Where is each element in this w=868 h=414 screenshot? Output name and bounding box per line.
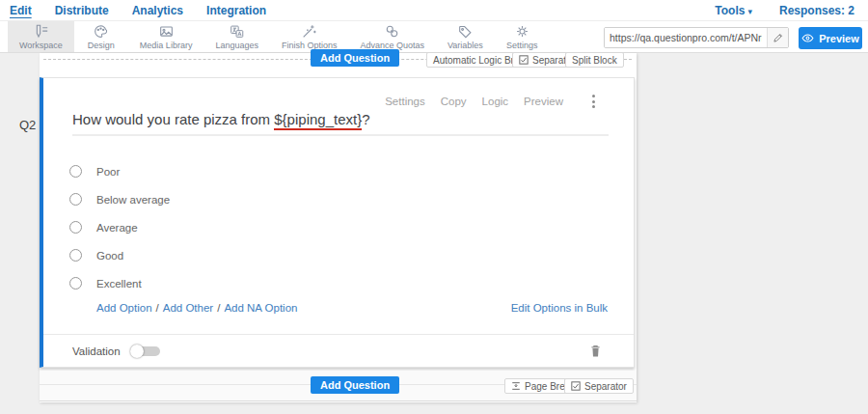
variables-icon [457,24,474,39]
option-label[interactable]: Poor [96,166,120,178]
toolbar-item-label: Languages [215,41,258,50]
option-row: Excellent [69,269,170,297]
split-block-label: Split Block [572,55,617,66]
toolbar-item-variables[interactable]: Variables [436,21,495,52]
question-card-actions: Settings Copy Logic Preview [385,93,597,110]
survey-url-box [604,27,789,48]
tools-menu[interactable]: Tools▾ [715,4,752,17]
validation-toggle[interactable] [130,345,161,358]
question-copy-button[interactable]: Copy [441,96,467,107]
nav-tab-integration[interactable]: Integration [206,4,266,17]
validation-label: Validation [72,345,121,357]
question-card: Settings Copy Logic Preview How would yo… [40,77,635,368]
option-label[interactable]: Excellent [96,278,142,290]
radio-button[interactable] [69,249,82,262]
option-label[interactable]: Average [96,222,138,234]
nav-tab-analytics[interactable]: Analytics [132,4,183,17]
preview-button[interactable]: Preview [799,27,862,49]
radio-button[interactable] [69,277,82,290]
separator-toggle-button-bottom[interactable]: Separator [564,378,634,394]
toolbar-item-advance-quotas[interactable]: Advance Quotas [348,21,436,52]
edit-options-in-bulk-link[interactable]: Edit Options in Bulk [511,302,608,314]
add-question-button-bottom[interactable]: Add Question [311,376,399,394]
settings-icon [514,24,530,39]
caret-down-icon: ▾ [747,7,752,16]
question-number-label: Q2 [19,118,36,132]
workspace-icon [33,24,49,39]
radio-button[interactable] [69,165,82,178]
option-row: Good [69,241,170,269]
media-library-icon [158,24,175,39]
trash-icon [589,344,602,358]
toolbar-item-label: Media Library [140,41,193,50]
checkbox-checked-icon [519,55,529,65]
question-text-editor[interactable]: How would you rate pizza from ${piping_t… [72,111,609,136]
toolbar-item-label: Advance Quotas [360,41,424,50]
separator-label: Separator [584,381,627,392]
add-option-link[interactable]: Add Option [96,302,152,314]
toolbar-item-workspace[interactable]: Workspace [8,21,74,52]
add-option-links: Add Option/Add Other/Add NA Option [96,302,297,314]
toolbar-item-label: Variables [448,41,483,50]
toolbar-item-label: Workspace [19,41,63,50]
question-logic-button[interactable]: Logic [482,96,509,107]
toolbar-item-languages[interactable]: Languages [203,21,270,52]
survey-url-input[interactable] [605,28,767,47]
more-options-kebab-icon[interactable] [590,93,597,110]
checkbox-checked-icon [571,381,581,391]
option-row: Below average [69,185,170,213]
piping-token[interactable]: ${piping_text} [274,111,362,130]
question-settings-button[interactable]: Settings [385,96,425,107]
toggle-knob [130,345,144,358]
questionpro-edit-screen: Edit Distribute Analytics Integration To… [0,0,868,414]
add-other-link[interactable]: Add Other [163,302,213,314]
toolbar-item-media-library[interactable]: Media Library [128,21,204,52]
link-separator: / [217,302,220,314]
responses-link[interactable]: Responses: 2 [779,4,854,17]
preview-label: Preview [819,33,859,44]
toolbar-item-label: Design [88,41,115,50]
toolbar-item-label: Settings [506,41,538,50]
tools-label: Tools [715,4,745,17]
toolbar-item-settings[interactable]: Settings [495,21,550,52]
question-card-footer: Validation [43,334,634,367]
nav-right-group: Tools▾ Responses: 2 [715,4,858,17]
edit-url-button[interactable] [767,28,788,47]
finish-options-icon [301,24,317,39]
radio-button[interactable] [69,193,82,206]
radio-button[interactable] [69,221,82,234]
pencil-icon [773,32,784,43]
option-row: Poor [69,157,170,185]
question-preview-button[interactable]: Preview [524,96,563,107]
option-label[interactable]: Below average [96,194,170,206]
delete-question-button[interactable] [589,344,602,358]
toolbar-item-label: Finish Options [282,41,338,50]
page-break-icon [511,381,521,391]
advance-quotas-icon [384,24,400,39]
split-block-button[interactable]: Split Block [565,52,624,68]
option-label[interactable]: Good [96,250,123,262]
add-question-button-top[interactable]: Add Question [311,49,399,67]
nav-tab-distribute[interactable]: Distribute [55,4,109,17]
toolbar-item-finish-options[interactable]: Finish Options [270,21,349,52]
eye-icon [801,33,814,43]
nav-tab-edit[interactable]: Edit [10,4,32,17]
top-navigation: Edit Distribute Analytics Integration To… [0,0,868,21]
question-text-after: ? [362,111,369,127]
design-icon [93,24,109,39]
option-row: Average [69,213,170,241]
answer-options-list: Poor Below average Average Good Excellen… [69,157,170,297]
question-text-before: How would you rate pizza from [72,111,274,127]
workspace-panel: Add Question Automatic Logic Break Separ… [40,53,637,402]
add-na-option-link[interactable]: Add NA Option [224,302,297,314]
toolbar-item-design[interactable]: Design [74,21,128,52]
languages-icon [229,24,245,39]
link-separator: / [156,302,159,314]
